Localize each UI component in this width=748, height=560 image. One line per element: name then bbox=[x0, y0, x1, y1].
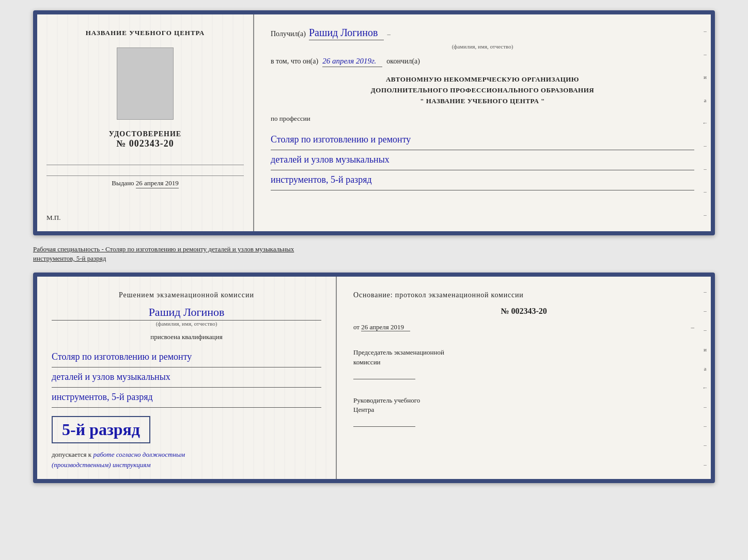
predsedatel-label: Председатель экзаменационной комиссии bbox=[353, 348, 694, 366]
razryad-text: 5-й разряд bbox=[62, 420, 140, 439]
middle-text-underline: инструментов, 5-й разряд bbox=[33, 254, 106, 262]
poluchil-row: Получил(а) Рашид Логинов – (фамилия, имя… bbox=[271, 27, 694, 50]
bottom-prof-line2: деталей и узлов музыкальных bbox=[52, 367, 321, 388]
vydano-date: 26 апреля 2019 bbox=[136, 179, 179, 188]
protocol-number: № 002343-20 bbox=[353, 307, 694, 316]
vydano-line: Выдано 26 апреля 2019 bbox=[46, 175, 244, 187]
poluchil-label: Получил(а) bbox=[271, 30, 306, 38]
udostoverenie-block: УДОСТОВЕРЕНИЕ № 002343-20 bbox=[109, 130, 181, 149]
rukovoditel-label: Руководитель учебного Центра bbox=[353, 396, 694, 414]
org-line2: ДОПОЛНИТЕЛЬНОГО ПРОФЕССИОНАЛЬНОГО ОБРАЗО… bbox=[271, 85, 694, 96]
recipient-name: Рашид Логинов bbox=[309, 27, 384, 40]
cert-left-panel: НАЗВАНИЕ УЧЕБНОГО ЦЕНТРА УДОСТОВЕРЕНИЕ №… bbox=[37, 14, 254, 231]
prisvoena-label: присвоена квалификация bbox=[52, 333, 321, 341]
fio-hint: (фамилия, имя, отчество) bbox=[271, 43, 694, 50]
dopuskaetsya-row: допускается к работе согласно должностны… bbox=[52, 450, 321, 470]
osnovanie-title: Основание: протокол экзаменационной коми… bbox=[353, 291, 694, 299]
bottom-prof-line3: инструментов, 5-й разряд bbox=[52, 388, 321, 408]
bottom-prof-line1: Столяр по изготовлению и ремонту bbox=[52, 347, 321, 367]
prof-line3: инструментов, 5-й разряд bbox=[271, 170, 694, 190]
predsedatel-block: Председатель экзаменационной комиссии bbox=[353, 348, 694, 379]
middle-label: Рабочая специальность - Столяр по изгото… bbox=[33, 245, 715, 263]
bottom-left-panel: Решением экзаменационной комиссии Рашид … bbox=[37, 277, 337, 479]
dopuskaetsya-label: допускается к bbox=[52, 451, 91, 458]
okonchil-label: окончил(а) bbox=[386, 57, 420, 66]
resheniyem-title: Решением экзаменационной комиссии bbox=[52, 291, 321, 299]
rukovoditel-sign-line bbox=[353, 417, 415, 427]
v-tom-row: в том, что он(а) 26 апреля 2019г. окончи… bbox=[271, 57, 694, 67]
bottom-fio-hint: (фамилия, имя, отчество) bbox=[52, 321, 321, 327]
po-professii-label: по профессии bbox=[271, 115, 310, 122]
ot-date-row: от 26 апреля 2019 – bbox=[353, 323, 694, 331]
bottom-name-block: Рашид Логинов (фамилия, имя, отчество) bbox=[52, 306, 321, 327]
vydano-label: Выдано bbox=[112, 179, 134, 187]
org-line1: АВТОНОМНУЮ НЕКОММЕРЧЕСКУЮ ОРГАНИЗАЦИЮ bbox=[271, 74, 694, 85]
dopusk-italic2: (производственным) инструкциям bbox=[52, 461, 151, 469]
v-tom-label: в том, что он(а) bbox=[271, 57, 318, 66]
dopusk-italic1: работе согласно должностным bbox=[93, 451, 185, 458]
po-professii-row: по профессии bbox=[271, 114, 694, 123]
bottom-side-decoration: – – – и а ← – – – – bbox=[699, 277, 711, 479]
udostoverenie-number: № 002343-20 bbox=[109, 138, 181, 149]
middle-text-before: Рабочая специальность - Столяр по изгото… bbox=[33, 245, 294, 253]
prof-line2: деталей и узлов музыкальных bbox=[271, 150, 694, 170]
profession-block: Столяр по изготовлению и ремонту деталей… bbox=[271, 130, 694, 190]
top-certificate: НАЗВАНИЕ УЧЕБНОГО ЦЕНТРА УДОСТОВЕРЕНИЕ №… bbox=[33, 10, 715, 235]
cert-right-panel: Получил(а) Рашид Логинов – (фамилия, имя… bbox=[254, 14, 711, 231]
side-decoration: – – и а ← – – – – bbox=[699, 14, 711, 231]
mp-line: М.П. bbox=[46, 214, 60, 222]
bottom-right-panel: Основание: протокол экзаменационной коми… bbox=[337, 277, 711, 479]
org-block: АВТОНОМНУЮ НЕКОММЕРЧЕСКУЮ ОРГАНИЗАЦИЮ ДО… bbox=[271, 74, 694, 106]
center-title: НАЗВАНИЕ УЧЕБНОГО ЦЕНТРА bbox=[86, 29, 205, 37]
razryad-box: 5-й разряд bbox=[52, 416, 150, 443]
udostoverenie-label: УДОСТОВЕРЕНИЕ bbox=[109, 130, 181, 138]
prof-line1: Столяр по изготовлению и ремонту bbox=[271, 130, 694, 150]
org-line3: " НАЗВАНИЕ УЧЕБНОГО ЦЕНТРА " bbox=[271, 96, 694, 107]
bottom-certificate: Решением экзаменационной комиссии Рашид … bbox=[33, 273, 715, 483]
rukovoditel-block: Руководитель учебного Центра bbox=[353, 396, 694, 427]
ot-date-value: 26 апреля 2019 bbox=[361, 323, 410, 331]
qualification-lines: Столяр по изготовлению и ремонту деталей… bbox=[52, 347, 321, 408]
ot-label: от bbox=[353, 323, 360, 331]
cert-date: 26 апреля 2019г. bbox=[322, 57, 382, 67]
bottom-recipient-name: Рашид Логинов bbox=[52, 306, 321, 321]
photo-placeholder bbox=[117, 47, 174, 120]
predsedatel-sign-line bbox=[353, 369, 415, 379]
